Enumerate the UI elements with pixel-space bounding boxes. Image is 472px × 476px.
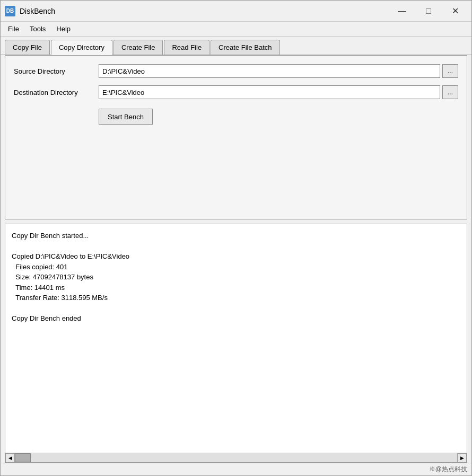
destination-directory-input[interactable] [99, 85, 440, 99]
source-browse-button[interactable]: ... [442, 64, 458, 78]
menu-tools[interactable]: Tools [24, 23, 51, 35]
status-bar: ※@热点科技 [1, 463, 471, 475]
source-directory-label: Source Directory [14, 67, 99, 75]
window-title: DiskBench [20, 7, 390, 15]
scroll-thumb[interactable] [15, 453, 31, 462]
tab-copy-file[interactable]: Copy File [5, 40, 50, 55]
scroll-right-button[interactable]: ▶ [457, 453, 467, 463]
close-button[interactable]: ✕ [443, 3, 467, 20]
destination-directory-row: Destination Directory ... [14, 85, 458, 99]
output-area-wrapper: ◀ ▶ [5, 224, 467, 463]
window-controls: — □ ✕ [390, 3, 467, 20]
minimize-button[interactable]: — [390, 3, 414, 20]
scroll-track[interactable] [15, 453, 457, 462]
watermark-text: ※@热点科技 [429, 465, 467, 474]
source-directory-row: Source Directory ... [14, 64, 458, 78]
main-panel: Source Directory ... Destination Directo… [5, 55, 467, 219]
title-bar: DB DiskBench — □ ✕ [1, 1, 471, 22]
app-icon: DB [5, 6, 15, 16]
tab-bar: Copy File Copy Directory Create File Rea… [1, 37, 471, 55]
destination-directory-label: Destination Directory [14, 89, 99, 96]
menu-help[interactable]: Help [51, 23, 76, 35]
tab-read-file[interactable]: Read File [164, 40, 209, 55]
destination-browse-button[interactable]: ... [442, 85, 458, 99]
maximize-button[interactable]: □ [416, 3, 441, 20]
source-directory-input[interactable] [99, 64, 440, 78]
tab-create-file[interactable]: Create File [113, 40, 163, 55]
tab-copy-directory[interactable]: Copy Directory [51, 40, 112, 55]
menu-file[interactable]: File [3, 23, 24, 35]
tab-create-file-batch[interactable]: Create File Batch [211, 40, 279, 55]
output-textarea[interactable] [5, 224, 467, 453]
start-bench-button[interactable]: Start Bench [99, 109, 153, 125]
menu-bar: File Tools Help [1, 22, 471, 37]
main-window: DB DiskBench — □ ✕ File Tools Help Copy … [0, 0, 472, 476]
horizontal-scrollbar: ◀ ▶ [5, 453, 467, 462]
scroll-left-button[interactable]: ◀ [5, 453, 15, 463]
